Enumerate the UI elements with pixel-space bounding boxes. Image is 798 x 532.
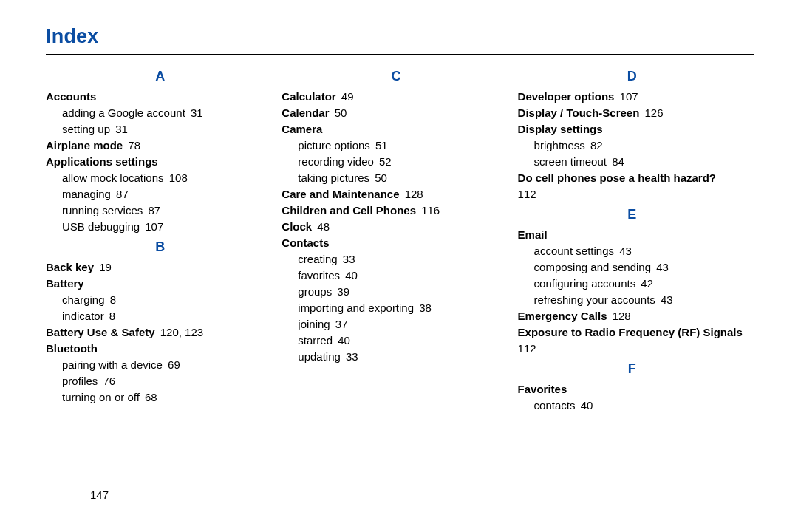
index-term: Battery Use & Safety 120, 123 [46, 324, 274, 341]
index-term: Applications settings [46, 154, 274, 170]
index-term: Bluetooth [46, 341, 274, 357]
index-subentry-page: 40 [335, 334, 350, 347]
index-term: Email [518, 227, 746, 243]
index-subentry-label: refreshing your accounts [534, 293, 655, 306]
index-subentry-page: 40 [342, 269, 358, 282]
index-term-label: Bluetooth [46, 342, 98, 355]
index-term-page: 19 [96, 261, 112, 273]
index-subentry-label: account settings [534, 245, 614, 257]
index-subentry-page: 42 [638, 277, 653, 290]
index-term: Display settings [518, 121, 746, 137]
index-subentry-page: 38 [416, 301, 432, 314]
index-subentry: picture options 51 [282, 137, 510, 154]
index-term-page: 112 [518, 342, 536, 355]
index-subentry-page: 43 [653, 261, 669, 273]
index-subentry: charging 8 [46, 292, 274, 308]
index-subentry-page: 37 [332, 318, 348, 330]
page-number: 147 [90, 488, 109, 501]
index-term: Calendar 50 [282, 105, 510, 121]
index-subentry-page: 84 [609, 155, 624, 168]
index-subentry-page: 43 [616, 245, 632, 257]
index-subentry-label: favorites [298, 269, 340, 282]
index-subentry: starred 40 [282, 332, 510, 349]
page-title: Index [46, 25, 754, 55]
index-term-page: 128 [402, 188, 423, 200]
index-subentry-label: screen timeout [534, 155, 607, 168]
index-term: Camera [282, 121, 510, 137]
index-subentry: groups 39 [282, 284, 510, 300]
index-subentry-page: 33 [340, 253, 355, 265]
index-subentry: joining 37 [282, 316, 510, 332]
index-subentry-label: brightness [534, 139, 585, 151]
index-subentry-label: composing and sending [534, 261, 651, 273]
index-letter-f: F [518, 361, 746, 377]
index-subentry: profiles 76 [46, 373, 274, 389]
index-subentry-label: managing [62, 188, 111, 200]
index-subentry-label: joining [298, 318, 330, 330]
index-subentry: turning on or off 68 [46, 389, 274, 406]
index-term: Back key 19 [46, 259, 274, 276]
index-subentry-page: 39 [334, 285, 349, 298]
index-term: Accounts [46, 89, 274, 105]
index-subentry: favorites 40 [282, 267, 510, 284]
index-subentry-label: running services [62, 204, 143, 216]
index-subentry: running services 87 [46, 202, 274, 219]
index-subentry-label: indicator [62, 310, 104, 322]
index-subentry-label: configuring accounts [534, 277, 636, 290]
index-subentry-label: taking pictures [298, 171, 369, 184]
index-subentry-label: setting up [62, 123, 110, 135]
index-term: Airplane mode 78 [46, 137, 274, 154]
index-term: Emergency Calls 128 [518, 308, 746, 324]
index-subentry: account settings 43 [518, 243, 746, 259]
index-subentry-label: adding a Google account [62, 106, 185, 119]
index-term-label: Care and Maintenance [282, 188, 399, 200]
index-term-page: 128 [610, 310, 631, 322]
index-subentry-label: allow mock locations [62, 171, 164, 184]
index-term: Exposure to Radio Frequency (RF) Signals… [518, 324, 746, 357]
index-subentry-page: 69 [165, 358, 180, 371]
index-letter-a: A [46, 69, 274, 84]
index-subentry: configuring accounts 42 [518, 276, 746, 292]
index-subentry-page: 31 [188, 106, 203, 119]
index-term: Clock 48 [282, 219, 510, 235]
index-letter-e: E [518, 207, 746, 222]
index-term: Developer options 107 [518, 89, 746, 105]
index-term-label: Emergency Calls [518, 310, 607, 322]
index-term-label: Calculator [282, 90, 335, 103]
index-letter-c: C [282, 69, 510, 84]
index-subentry-label: starred [298, 334, 332, 347]
index-term-label: Camera [282, 123, 322, 135]
index-term-label: Accounts [46, 90, 96, 103]
index-subentry-label: USB debugging [62, 220, 140, 233]
index-subentry-page: 40 [577, 399, 593, 412]
index-subentry: composing and sending 43 [518, 259, 746, 276]
index-term-label: Display / Touch-Screen [518, 106, 640, 119]
index-term: Display / Touch-Screen 126 [518, 105, 746, 121]
index-term: Battery [46, 276, 274, 292]
index-term-label: Clock [282, 220, 312, 233]
index-term-label: Contacts [282, 236, 329, 249]
index-subentry-label: charging [62, 293, 105, 306]
index-subentry-label: updating [298, 350, 341, 363]
index-term-label: Favorites [518, 383, 567, 395]
index-subentry-label: profiles [62, 375, 98, 387]
index-subentry: taking pictures 50 [282, 170, 510, 186]
index-subentry-label: pairing with a device [62, 358, 163, 371]
index-term-label: Exposure to Radio Frequency (RF) Signals [518, 326, 743, 338]
index-term-pages: 120, 123 [157, 326, 204, 338]
index-letter-d: D [518, 69, 746, 84]
index-term: Favorites [518, 381, 746, 398]
index-subentry-page: 31 [112, 123, 128, 135]
index-subentry-page: 33 [343, 350, 358, 363]
index-subentry-label: recording video [298, 155, 374, 168]
index-term-label: Back key [46, 261, 94, 273]
index-subentry: screen timeout 84 [518, 154, 746, 170]
index-subentry: adding a Google account 31 [46, 105, 274, 121]
column-1: AAccountsadding a Google account 31setti… [46, 64, 282, 414]
index-term-label: Developer options [518, 90, 615, 103]
index-subentry-page: 51 [372, 139, 388, 151]
index-term: Children and Cell Phones 116 [282, 202, 510, 219]
column-3: DDeveloper options 107Display / Touch-Sc… [518, 64, 754, 414]
index-subentry-page: 108 [166, 171, 188, 184]
index-subentry: creating 33 [282, 251, 510, 267]
